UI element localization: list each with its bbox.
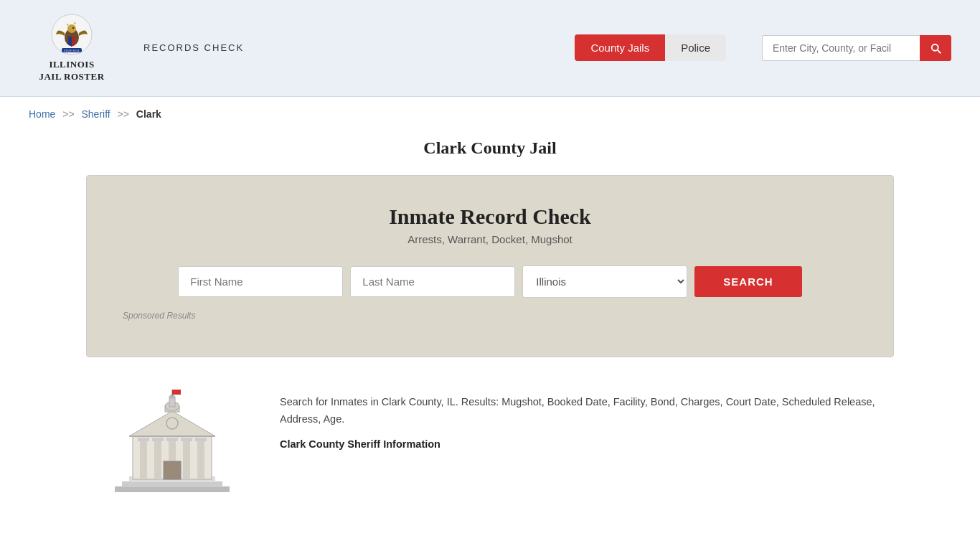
svg-rect-9 <box>115 486 230 492</box>
sponsored-label: Sponsored Results <box>123 311 857 321</box>
county-jails-button[interactable]: County Jails <box>575 34 665 61</box>
svg-rect-34 <box>172 390 181 395</box>
record-check-subtitle: Arrests, Warrant, Docket, Mugshot <box>123 233 857 245</box>
sheriff-info-heading: Clark County Sheriff Information <box>280 438 440 450</box>
state-select[interactable]: Illinois Alabama Alaska Arizona Arkansas… <box>522 265 687 298</box>
svg-point-3 <box>72 27 74 29</box>
courthouse-icon <box>100 386 244 501</box>
svg-text:STATE SEAL: STATE SEAL <box>64 49 80 52</box>
header: ★ ★ STATE SEAL ILLINOIS JAIL ROSTER RECO… <box>0 0 980 97</box>
record-check-box: Inmate Record Check Arrests, Warrant, Do… <box>86 175 894 357</box>
svg-rect-26 <box>164 461 181 479</box>
record-check-form: Illinois Alabama Alaska Arizona Arkansas… <box>123 265 857 298</box>
bottom-description: Search for Inmates in Clark County, IL. … <box>280 393 894 428</box>
search-icon <box>929 42 942 55</box>
svg-rect-14 <box>140 440 147 479</box>
record-check-title: Inmate Record Check <box>123 204 857 229</box>
svg-rect-19 <box>138 438 149 441</box>
logo-text: ILLINOIS JAIL ROSTER <box>39 59 104 83</box>
breadcrumb: Home >> Sheriff >> Clark <box>0 97 980 131</box>
nav-buttons: County Jails Police <box>575 34 726 61</box>
last-name-input[interactable] <box>350 266 515 297</box>
svg-marker-24 <box>129 411 215 436</box>
page-title: Clark County Jail <box>0 138 980 158</box>
header-search-input[interactable] <box>762 35 920 61</box>
breadcrumb-home[interactable]: Home <box>29 108 55 120</box>
header-search-bar <box>762 35 951 61</box>
breadcrumb-current: Clark <box>136 108 161 120</box>
first-name-input[interactable] <box>178 266 343 297</box>
bottom-content: Search for Inmates in Clark County, IL. … <box>0 379 980 529</box>
svg-rect-20 <box>152 438 164 441</box>
breadcrumb-sep1: >> <box>62 108 74 120</box>
svg-rect-22 <box>181 438 192 441</box>
svg-rect-15 <box>154 440 161 479</box>
svg-rect-10 <box>122 481 222 487</box>
breadcrumb-sep2: >> <box>118 108 129 120</box>
svg-rect-18 <box>197 440 204 479</box>
svg-rect-17 <box>183 440 190 479</box>
logo-area: ★ ★ STATE SEAL ILLINOIS JAIL ROSTER <box>29 13 115 83</box>
svg-rect-21 <box>166 438 178 441</box>
building-illustration <box>86 386 258 501</box>
records-check-label: RECORDS CHECK <box>143 42 244 53</box>
header-search-button[interactable] <box>920 35 951 61</box>
police-button[interactable]: Police <box>665 34 726 61</box>
state-seal-icon: ★ ★ STATE SEAL <box>50 13 93 56</box>
svg-rect-23 <box>195 438 207 441</box>
inmate-search-button[interactable]: SEARCH <box>694 266 801 297</box>
bottom-text: Search for Inmates in Clark County, IL. … <box>280 386 894 461</box>
breadcrumb-sheriff[interactable]: Sheriff <box>82 108 110 120</box>
